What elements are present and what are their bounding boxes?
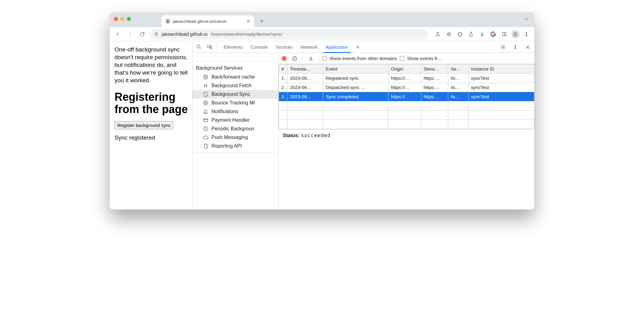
intro-text: One-off background sync doesn't require …	[115, 46, 189, 84]
tabs-overflow[interactable]: »	[352, 41, 363, 53]
tab-network[interactable]: Network	[297, 41, 321, 53]
cell-instance: syncTest	[469, 83, 534, 92]
page-heading: Registering from the page	[115, 91, 189, 115]
sidebar-group-header: Background Services	[192, 63, 278, 73]
table-row-empty	[279, 111, 534, 120]
lock-icon	[154, 32, 159, 36]
maximize-window-icon[interactable]	[127, 17, 131, 21]
cell-storage: https:…	[421, 74, 448, 83]
sidebar-item-notifications[interactable]: Notifications	[192, 107, 278, 116]
svg-point-4	[526, 32, 527, 33]
svg-point-3	[514, 32, 516, 34]
status-label: Status:	[283, 133, 300, 138]
settings-gear-icon[interactable]	[498, 42, 508, 52]
browser-tab[interactable]: jakearchibald.github.io/isservic ✕	[162, 15, 254, 27]
svg-point-12	[515, 47, 516, 47]
cell-ts: 2023-06…	[288, 92, 323, 101]
devtools-menu-icon[interactable]	[510, 42, 520, 52]
cell-event: Registered sync	[323, 74, 388, 83]
forward-button[interactable]	[125, 29, 135, 39]
sidebar-item-label: Payment Handler	[211, 117, 250, 123]
sidebar-item-label: Background Sync	[211, 92, 250, 97]
column-header[interactable]: Instance ID	[469, 64, 534, 74]
inspect-element-icon[interactable]	[194, 42, 204, 52]
address-bar[interactable]: jakearchibald.github.io/isserviceworkerr…	[150, 29, 429, 39]
sidebar-item-label: Notifications	[211, 109, 238, 114]
sidebar-item-push-messaging[interactable]: Push Messaging	[192, 133, 278, 142]
column-header[interactable]: Event	[323, 64, 388, 74]
page-content: One-off background sync doesn't require …	[110, 41, 192, 210]
table-row[interactable]: 3.2023-06…Sync completedhttps://…https:……	[279, 92, 534, 101]
table-row-empty	[279, 101, 534, 111]
sidebar-item-background-sync[interactable]: Background Sync	[192, 90, 278, 99]
google-icon[interactable]	[488, 29, 498, 39]
sidebar-item-reporting-api[interactable]: Reporting API	[192, 142, 278, 150]
window-controls	[114, 17, 131, 21]
cell-scope: /is…	[448, 83, 469, 92]
show-other-domains-checkbox[interactable]: Show events from other domains	[322, 56, 397, 61]
minimize-window-icon[interactable]	[120, 17, 124, 21]
devtools-tabs: Elements Console Sources Network Applica…	[192, 41, 534, 53]
show-events-checkbox[interactable]: Show events fr…	[400, 56, 442, 61]
save-events-icon[interactable]	[306, 54, 316, 63]
sidebar-item-bounce-tracking-mi[interactable]: Bounce Tracking Mi	[192, 99, 278, 107]
device-toggle-icon[interactable]	[205, 42, 215, 52]
record-button[interactable]	[282, 56, 287, 61]
cell-origin: https://…	[388, 83, 421, 92]
table-row[interactable]: 1.2023-06…Registered synchttps://…https:…	[279, 74, 534, 83]
register-sync-button[interactable]: Register background sync	[115, 121, 173, 129]
column-header[interactable]: Stora…	[421, 64, 448, 74]
profile-avatar[interactable]	[510, 29, 520, 39]
column-header[interactable]: Origin	[388, 64, 421, 74]
sidebar-item-label: Back/forward cache	[211, 74, 255, 80]
cell-ts: 2023-06…	[288, 83, 323, 92]
checkbox1-label: Show events from other domains	[329, 56, 397, 61]
sidebar-item-label: Push Messaging	[211, 135, 248, 140]
new-tab-button[interactable]: +	[256, 16, 267, 26]
devtools-sidebar: Background Services Back/forward cacheBa…	[192, 53, 279, 210]
clear-icon[interactable]	[290, 54, 300, 63]
tab-sources[interactable]: Sources	[272, 41, 296, 53]
kebab-menu-icon[interactable]	[521, 29, 531, 39]
cell-storage: https:…	[421, 83, 448, 92]
reload-button[interactable]	[137, 29, 147, 39]
svg-point-11	[515, 45, 516, 46]
cell-storage: https:…	[421, 92, 448, 101]
status-value: succeeded	[301, 132, 331, 138]
table-row[interactable]: 2.2023-06…Dispatched sync …https://…http…	[279, 83, 534, 92]
sidebar-item-periodic-backgroun[interactable]: Periodic Backgroun	[192, 124, 278, 133]
column-header[interactable]: Timesta…	[288, 64, 323, 74]
toolbar-right	[433, 29, 531, 39]
tabs-dropdown-icon[interactable]	[524, 17, 529, 22]
tab-strip: jakearchibald.github.io/isservic ✕ +	[110, 12, 534, 27]
cell-instance: syncTest	[469, 74, 534, 83]
downloads-icon[interactable]	[477, 29, 487, 39]
events-toolbar: Show events from other domains Show even…	[279, 53, 534, 64]
cell-origin: https://…	[388, 74, 421, 83]
labs-icon[interactable]	[466, 29, 476, 39]
column-header[interactable]: Se…	[448, 64, 469, 74]
sidebar-item-back-forward-cache[interactable]: Back/forward cache	[192, 73, 278, 81]
close-window-icon[interactable]	[114, 17, 118, 21]
sidebar-item-label: Bounce Tracking Mi	[211, 100, 255, 106]
extensions-icon[interactable]	[455, 29, 465, 39]
url-host: jakearchibald.github.io	[162, 31, 207, 37]
table-row-empty	[279, 120, 534, 129]
cell-event: Sync completed	[323, 92, 388, 101]
close-tab-icon[interactable]: ✕	[247, 19, 250, 23]
cell-n: 3.	[279, 92, 288, 101]
share-icon[interactable]	[433, 29, 443, 39]
tab-console[interactable]: Console	[247, 41, 272, 53]
devtools-close-icon[interactable]	[523, 42, 533, 52]
tab-elements[interactable]: Elements	[220, 41, 247, 53]
svg-rect-2	[502, 32, 506, 36]
bookmark-star-icon[interactable]	[444, 29, 454, 39]
sidebar-item-label: Periodic Backgroun	[211, 126, 254, 132]
back-button[interactable]	[113, 29, 123, 39]
sidebar-item-background-fetch[interactable]: Background Fetch	[192, 81, 278, 90]
tab-application[interactable]: Application	[322, 41, 352, 53]
devtools-panel: Elements Console Sources Network Applica…	[192, 41, 534, 210]
sidebar-item-payment-handler[interactable]: Payment Handler	[192, 116, 278, 124]
column-header[interactable]: #	[279, 64, 288, 74]
side-panel-icon[interactable]	[499, 29, 509, 39]
